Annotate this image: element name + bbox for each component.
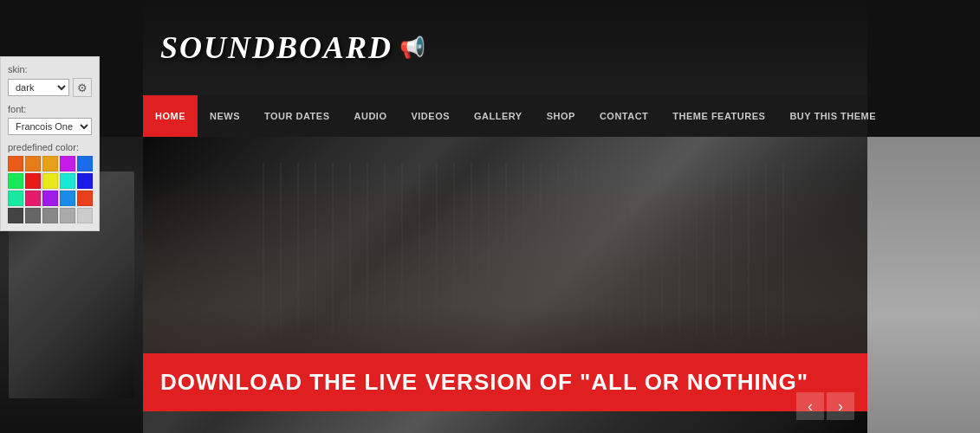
color-swatch[interactable] xyxy=(42,173,58,189)
predefined-color-label: predefined color: xyxy=(8,142,92,152)
nav-item-gallery[interactable]: GALLERY xyxy=(462,95,535,137)
nav-item-shop[interactable]: SHOP xyxy=(535,95,587,137)
color-swatch[interactable] xyxy=(77,208,93,223)
slider-prev-button[interactable]: ‹ xyxy=(796,392,824,420)
font-label: font: xyxy=(8,104,92,114)
color-swatch[interactable] xyxy=(77,173,93,189)
nav-item-audio[interactable]: AUDIO xyxy=(342,95,399,137)
slider-next-button[interactable]: › xyxy=(827,392,854,420)
nav-item-home[interactable]: HOME xyxy=(143,95,198,137)
color-swatch[interactable] xyxy=(60,208,75,223)
color-swatch[interactable] xyxy=(8,156,23,171)
side-image-right xyxy=(867,137,980,433)
logo-icon: 📢 xyxy=(399,36,425,60)
site-logo[interactable]: SOUNDBOARD xyxy=(160,29,393,66)
main-content: DOWNLOAD THE LIVE VERSION OF "ALL OR NOT… xyxy=(143,137,867,433)
font-row: Francois One Arial Georgia xyxy=(8,118,92,135)
skin-select[interactable]: dark light xyxy=(8,79,69,96)
color-swatch[interactable] xyxy=(77,191,93,206)
nav-item-news[interactable]: NEWS xyxy=(198,95,252,137)
color-swatch[interactable] xyxy=(42,208,58,223)
nav-item-contact[interactable]: CONTACT xyxy=(587,95,660,137)
color-swatch[interactable] xyxy=(25,208,41,223)
color-swatch[interactable] xyxy=(8,173,23,189)
color-swatch[interactable] xyxy=(60,156,75,171)
color-swatch[interactable] xyxy=(60,173,75,189)
nav-item-theme-features[interactable]: THEME FEATURES xyxy=(660,95,777,137)
skin-row: dark light ⚙ xyxy=(8,78,92,97)
color-swatch[interactable] xyxy=(77,156,93,171)
color-swatch[interactable] xyxy=(8,191,23,206)
hero-banner-text: DOWNLOAD THE LIVE VERSION OF "ALL OR NOT… xyxy=(160,369,808,395)
color-swatch[interactable] xyxy=(8,208,23,223)
color-swatch[interactable] xyxy=(42,191,58,206)
skin-label: skin: xyxy=(8,64,92,74)
color-grid xyxy=(8,156,92,223)
color-swatch[interactable] xyxy=(42,156,58,171)
hero-banner[interactable]: DOWNLOAD THE LIVE VERSION OF "ALL OR NOT… xyxy=(143,353,867,411)
color-swatch[interactable] xyxy=(25,191,41,206)
settings-panel: skin: dark light ⚙ font: Francois One Ar… xyxy=(0,56,100,231)
gear-button[interactable]: ⚙ xyxy=(73,78,92,97)
color-swatch[interactable] xyxy=(25,173,41,189)
nav-item-buy-theme[interactable]: BUY THIS THEME xyxy=(777,95,888,137)
font-select[interactable]: Francois One Arial Georgia xyxy=(8,118,92,135)
color-swatch[interactable] xyxy=(60,191,75,206)
main-nav: HOME NEWS TOUR DATES AUDIO VIDEOS GALLER… xyxy=(143,95,867,137)
hands-overlay xyxy=(143,173,867,364)
nav-item-videos[interactable]: VIDEOS xyxy=(399,95,462,137)
color-swatch[interactable] xyxy=(25,156,41,171)
site-header: SOUNDBOARD 📢 xyxy=(143,0,867,95)
nav-item-tour-dates[interactable]: TOUR DATES xyxy=(252,95,342,137)
